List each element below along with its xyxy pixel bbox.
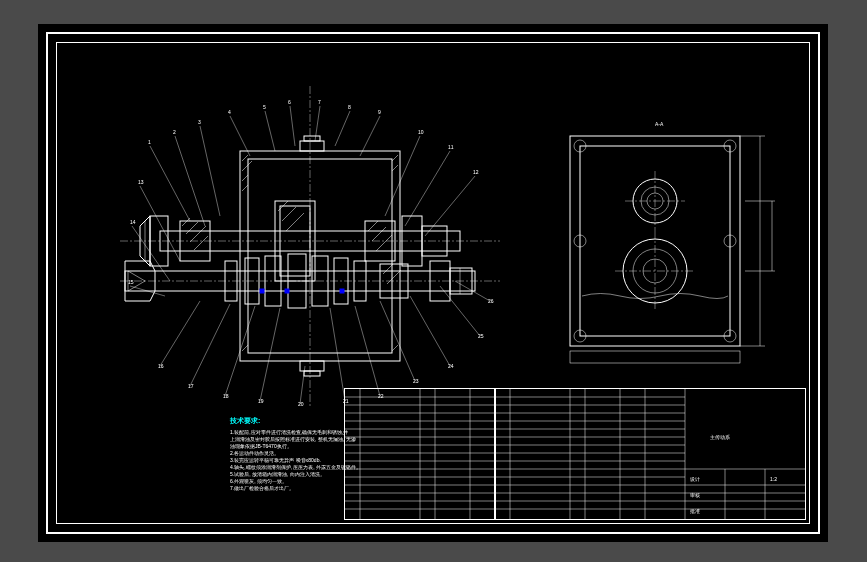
svg-line-49 — [242, 161, 252, 171]
title-block[interactable]: 主传动系 设计 审核 批准 1:2 — [494, 388, 806, 520]
svg-text:18: 18 — [223, 393, 229, 399]
svg-text:7: 7 — [318, 99, 321, 105]
svg-line-55 — [392, 345, 398, 351]
svg-text:2: 2 — [173, 129, 176, 135]
svg-line-77 — [355, 306, 380, 396]
section-svg: 123 456 789 101112 131415 161718 192021 … — [120, 86, 500, 406]
svg-line-51 — [242, 185, 248, 191]
parts-list[interactable] — [344, 388, 496, 520]
svg-text:13: 13 — [138, 179, 144, 185]
svg-line-44 — [387, 270, 401, 284]
svg-line-26 — [376, 235, 392, 251]
drawing-area: 123 456 789 101112 131415 161718 192021 … — [60, 46, 806, 520]
svg-text:1: 1 — [148, 139, 151, 145]
svg-line-75 — [300, 366, 305, 404]
svg-text:26: 26 — [488, 298, 494, 304]
svg-line-67 — [425, 176, 475, 236]
svg-text:4: 4 — [228, 109, 231, 115]
svg-line-25 — [372, 227, 386, 241]
cad-viewport: 123 456 789 101112 131415 161718 192021 … — [0, 0, 867, 562]
svg-line-64 — [360, 116, 380, 156]
svg-text:24: 24 — [448, 363, 454, 369]
svg-rect-39 — [260, 289, 264, 293]
svg-line-53 — [392, 165, 398, 171]
svg-line-63 — [335, 111, 350, 146]
svg-line-78 — [380, 301, 415, 381]
top-view[interactable]: A-A — [540, 116, 790, 376]
svg-rect-5 — [300, 141, 324, 151]
svg-text:11: 11 — [448, 144, 454, 150]
svg-rect-40 — [285, 289, 289, 293]
svg-text:9: 9 — [378, 109, 381, 115]
svg-line-69 — [132, 226, 170, 281]
svg-line-15 — [186, 222, 198, 234]
svg-line-71 — [160, 301, 200, 366]
svg-line-52 — [392, 155, 398, 161]
svg-line-14 — [182, 218, 190, 226]
svg-line-50 — [242, 175, 248, 181]
svg-line-72 — [190, 304, 230, 386]
svg-text:23: 23 — [413, 378, 419, 384]
svg-text:10: 10 — [418, 129, 424, 135]
drawing-sheet: 123 456 789 101112 131415 161718 192021 … — [38, 24, 828, 542]
svg-text:1:2: 1:2 — [770, 476, 777, 482]
svg-text:审核: 审核 — [690, 492, 700, 498]
svg-line-54 — [242, 345, 248, 351]
svg-line-59 — [230, 116, 250, 156]
svg-line-21 — [282, 207, 296, 221]
svg-line-56 — [150, 146, 190, 221]
svg-line-24 — [368, 221, 378, 231]
view-label: A-A — [655, 121, 664, 127]
svg-rect-8 — [304, 371, 320, 376]
svg-line-60 — [265, 111, 275, 151]
drawing-title: 主传动系 — [710, 434, 730, 440]
svg-text:3: 3 — [198, 119, 201, 125]
svg-rect-7 — [300, 361, 324, 371]
svg-line-66 — [405, 151, 450, 226]
svg-line-48 — [242, 155, 248, 161]
svg-text:12: 12 — [473, 169, 479, 175]
svg-line-76 — [330, 308, 345, 401]
svg-rect-41 — [340, 289, 344, 293]
section-view[interactable]: 123 456 789 101112 131415 161718 192021 … — [120, 86, 500, 406]
svg-line-58 — [200, 126, 220, 216]
svg-line-22 — [286, 213, 304, 231]
top-view-svg: A-A — [540, 116, 790, 376]
svg-text:16: 16 — [158, 363, 164, 369]
svg-text:14: 14 — [130, 219, 136, 225]
svg-line-74 — [260, 308, 280, 401]
svg-text:设计: 设计 — [690, 476, 700, 482]
svg-line-17 — [194, 236, 208, 250]
svg-text:5: 5 — [263, 104, 266, 110]
svg-line-57 — [175, 136, 205, 226]
svg-text:15: 15 — [128, 279, 134, 285]
svg-text:批准: 批准 — [690, 508, 700, 514]
svg-line-79 — [410, 296, 450, 366]
svg-rect-126 — [570, 351, 740, 363]
svg-text:17: 17 — [188, 383, 194, 389]
svg-line-61 — [290, 106, 295, 146]
svg-text:19: 19 — [258, 398, 264, 404]
svg-text:8: 8 — [348, 104, 351, 110]
svg-text:25: 25 — [478, 333, 484, 339]
svg-rect-6 — [304, 136, 320, 141]
svg-text:6: 6 — [288, 99, 291, 105]
svg-text:20: 20 — [298, 401, 304, 406]
svg-line-16 — [190, 226, 206, 242]
svg-line-65 — [385, 136, 420, 216]
